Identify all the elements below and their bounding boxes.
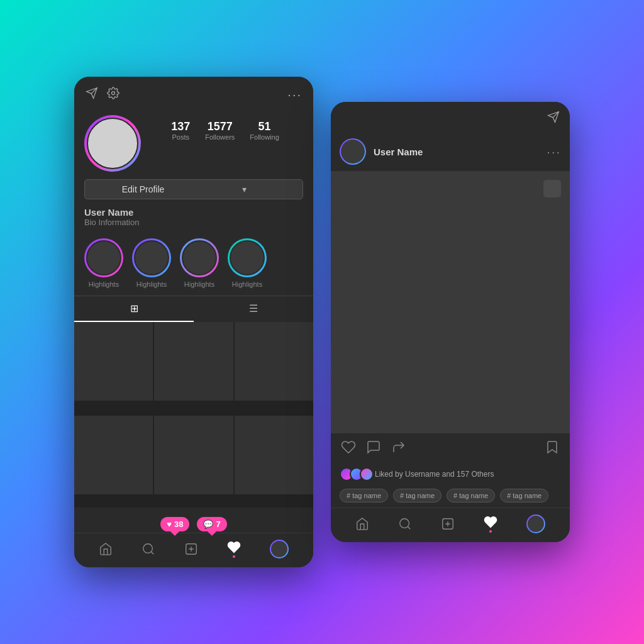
more-options-icon[interactable]: ··· — [287, 87, 302, 102]
highlight-ring-1 — [84, 238, 123, 277]
tags-row: # tag name # tag name # tag name # tag n… — [331, 485, 570, 508]
followers-stat: 1577 Followers — [205, 120, 235, 141]
highlight-ring-2 — [132, 238, 171, 277]
following-label: Following — [250, 133, 279, 141]
tab-grid[interactable]: ⊞ — [74, 296, 194, 322]
header-left-icons — [86, 87, 119, 103]
phones-container: ··· 137 Posts 1577 Followers 51 — [74, 77, 570, 567]
nav-home[interactable] — [99, 542, 113, 556]
grid-cell-2[interactable] — [154, 322, 233, 401]
highlights-row: Highlights Highlights Highlights Highlig… — [74, 233, 313, 291]
profile-stats: 137 Posts 1577 Followers 51 Following — [74, 109, 313, 175]
highlight-item-4[interactable]: Highlights — [228, 238, 267, 288]
list-icon: ☰ — [249, 303, 258, 314]
grid-cell-4[interactable] — [74, 416, 153, 494]
comments-count: 7 — [216, 519, 220, 529]
tag-chip-1[interactable]: # tag name — [340, 489, 388, 502]
liked-row: Liked by Username and 157 Others — [331, 465, 570, 485]
like-icon[interactable] — [341, 440, 356, 458]
highlight-ring-3 — [180, 238, 219, 277]
post-header — [331, 102, 570, 132]
highlight-label-3: Highlights — [184, 280, 214, 288]
posts-stat: 137 Posts — [171, 120, 190, 141]
comments-notification: 💬 7 — [197, 517, 226, 531]
following-stat: 51 Following — [250, 120, 279, 141]
post-avatar-inner — [341, 140, 365, 164]
followers-count: 1577 — [208, 120, 233, 133]
grid-cell-1[interactable] — [74, 322, 153, 401]
post-bottom-nav — [331, 508, 570, 542]
liked-text: Liked by Username and 157 Others — [375, 470, 494, 479]
posts-grid — [74, 322, 313, 508]
post-image — [331, 171, 570, 433]
following-count: 51 — [258, 120, 271, 133]
likes-count: 38 — [174, 519, 183, 529]
comment-icon-btn[interactable] — [366, 440, 381, 458]
posts-count: 137 — [171, 120, 190, 133]
nav-likes[interactable] — [227, 540, 241, 558]
svg-point-2 — [112, 92, 115, 95]
edit-profile-label: Edit Profile — [92, 184, 194, 194]
post-more-icon[interactable]: ··· — [547, 145, 561, 159]
grid-cell-5[interactable] — [154, 416, 233, 494]
nav-avatar-ring — [270, 540, 289, 558]
edit-profile-button[interactable]: Edit Profile ▾ — [84, 179, 303, 199]
tabs-row: ⊞ ☰ — [74, 296, 313, 322]
nav-add[interactable] — [184, 542, 198, 556]
post-active-dot — [489, 530, 492, 533]
highlight-item-1[interactable]: Highlights — [84, 238, 123, 288]
highlight-label-1: Highlights — [89, 280, 119, 288]
avatar-image — [87, 118, 138, 169]
dropdown-arrow-icon: ▾ — [194, 184, 295, 194]
heart-icon: ♥ — [167, 519, 172, 529]
active-dot — [233, 555, 235, 558]
highlight-item-2[interactable]: Highlights — [132, 238, 171, 288]
tab-list[interactable]: ☰ — [194, 296, 313, 322]
post-nav-add[interactable] — [441, 517, 455, 531]
nav-avatar-inner — [271, 541, 287, 557]
highlight-label-4: Highlights — [232, 280, 262, 288]
tag-chip-2[interactable]: # tag name — [393, 489, 441, 502]
highlight-label-2: Highlights — [136, 280, 167, 288]
post-nav-home[interactable] — [355, 517, 369, 531]
posts-label: Posts — [172, 133, 189, 141]
nav-profile[interactable] — [270, 540, 289, 558]
post-username: User Name — [374, 147, 539, 157]
post-nav-search[interactable] — [398, 517, 412, 531]
post-image-expand-icon[interactable] — [543, 180, 561, 197]
tag-chip-3[interactable]: # tag name — [447, 489, 495, 502]
followers-label: Followers — [205, 133, 235, 141]
highlight-item-3[interactable]: Highlights — [180, 238, 219, 288]
post-nav-avatar-ring — [526, 514, 545, 533]
highlight-inner-2 — [134, 240, 169, 275]
grid-cell-6[interactable] — [235, 416, 313, 494]
profile-info: User Name Bio Information — [74, 204, 313, 233]
highlight-inner-1 — [86, 240, 121, 275]
highlight-inner-3 — [182, 240, 217, 275]
comment-icon: 💬 — [203, 519, 213, 529]
nav-search[interactable] — [142, 542, 155, 556]
share-icon[interactable] — [391, 440, 406, 458]
svg-line-11 — [408, 526, 410, 529]
liked-avatars — [340, 467, 370, 481]
post-nav-likes[interactable] — [484, 515, 497, 533]
grid-icon: ⊞ — [130, 303, 138, 314]
svg-point-3 — [143, 544, 153, 553]
profile-avatar — [84, 115, 141, 172]
tag-chip-4[interactable]: # tag name — [500, 489, 548, 502]
post-nav-profile[interactable] — [526, 514, 545, 533]
edit-profile-row: Edit Profile ▾ — [74, 175, 313, 204]
grid-cell-3[interactable] — [235, 322, 313, 401]
post-user-row: User Name ··· — [331, 132, 570, 171]
post-nav-avatar-inner — [528, 516, 544, 532]
liked-av-3 — [360, 467, 374, 481]
profile-username: User Name — [84, 207, 303, 218]
profile-header: ··· — [74, 77, 313, 109]
save-icon[interactable] — [545, 440, 560, 458]
post-send-icon[interactable] — [547, 111, 560, 126]
settings-icon[interactable] — [107, 87, 119, 103]
highlight-ring-4 — [228, 238, 267, 277]
action-left-icons — [341, 440, 406, 458]
send-icon[interactable] — [86, 87, 98, 103]
profile-bottom-nav — [74, 533, 313, 567]
